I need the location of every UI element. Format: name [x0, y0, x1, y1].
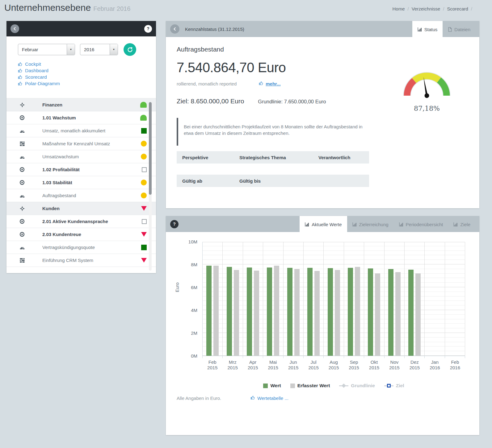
- kpi-row[interactable]: Umsatzwachstum: [6, 150, 156, 163]
- bar-erfasster-wert[interactable]: [335, 270, 340, 356]
- x-label-month: Dez: [405, 359, 425, 365]
- legend-item-grundlinie[interactable]: Grundlinie: [339, 383, 375, 388]
- x-tickmark: [344, 356, 364, 358]
- x-label-year: 2015: [222, 365, 242, 371]
- status-indicator-square-empty: [142, 167, 147, 172]
- bar-erfasster-wert[interactable]: [274, 266, 279, 356]
- kpi-row[interactable]: 1.03 Stabilität: [6, 176, 156, 189]
- bar-wert[interactable]: [227, 267, 232, 356]
- year-select[interactable]: 2016 ▼: [80, 44, 118, 55]
- kpi-row[interactable]: Einführung CRM System: [6, 254, 156, 267]
- kpi-row[interactable]: Vertragskündigungsquote: [6, 241, 156, 254]
- x-axis-label: Sep2015: [344, 359, 364, 371]
- sidebar-header: ?: [6, 21, 156, 36]
- refresh-button[interactable]: [124, 43, 136, 56]
- bar-erfasster-wert[interactable]: [355, 267, 360, 356]
- bar-wert[interactable]: [388, 269, 393, 356]
- breadcrumb-separator: /: [471, 6, 472, 11]
- kpi-row[interactable]: 2.03 Kundentreue: [6, 228, 156, 241]
- bar-erfasster-wert[interactable]: [294, 269, 300, 356]
- bar-wert[interactable]: [247, 268, 252, 356]
- kpi-row[interactable]: Maßnahme für Kennzahl Umsatz: [6, 137, 156, 150]
- tab-perioden-bersicht[interactable]: Periodenübersicht: [394, 216, 448, 233]
- status-indicator-square-green: [141, 245, 147, 250]
- bar-group: [223, 242, 243, 356]
- diamond-shape: [342, 384, 346, 388]
- kpi-row[interactable]: Kunden: [6, 202, 156, 215]
- tab-ziele[interactable]: Ziele: [448, 216, 476, 233]
- chart-panel: ? Aktuelle WerteZielerreichungPeriodenüb…: [166, 216, 479, 435]
- bar-wert[interactable]: [408, 270, 414, 356]
- chevron-down-icon: ▼: [110, 44, 118, 55]
- bar-wert[interactable]: [348, 268, 353, 356]
- bar-wert[interactable]: [307, 268, 313, 356]
- x-label-year: 2015: [324, 365, 344, 371]
- value-table-link[interactable]: Wertetabelle ...: [250, 395, 288, 401]
- kpi-row-label: Finanzen: [42, 102, 140, 107]
- sidebar-help-button[interactable]: ?: [144, 25, 152, 33]
- bar-erfasster-wert[interactable]: [395, 272, 401, 356]
- kpi-row[interactable]: 1.01 Wachstum: [6, 111, 156, 124]
- meta-col-perspektive: Perspektive: [177, 155, 234, 160]
- kpi-row[interactable]: 2.01 Aktive Kundenansprache: [6, 215, 156, 228]
- more-link[interactable]: mehr...: [259, 81, 280, 86]
- period-controls: Februar ▼ 2016 ▼: [18, 43, 156, 56]
- legend-item-ziel[interactable]: Ziel: [384, 383, 404, 388]
- bar-erfasster-wert[interactable]: [314, 271, 320, 356]
- bar-chart-icon: [453, 222, 458, 227]
- kpi-row[interactable]: Auftragsbestand: [6, 189, 156, 202]
- kpi-target: Ziel: 8.650.000,00 Euro: [177, 97, 244, 105]
- bar-wert[interactable]: [328, 268, 333, 356]
- bar-group: [425, 242, 445, 356]
- bar-wert[interactable]: [287, 268, 292, 356]
- status-shape: [140, 102, 147, 108]
- kpi-row-label: Umsatzwachstum: [42, 154, 141, 159]
- kpi-row[interactable]: Finanzen: [6, 98, 156, 111]
- back-button[interactable]: [170, 24, 179, 34]
- kpi-row-label: Umsatz, monatlich akkumuliert: [42, 128, 141, 133]
- sidebar-link-label: Scorecard: [25, 74, 47, 80]
- x-label-month: Jan: [425, 359, 445, 365]
- bar-erfasster-wert[interactable]: [254, 271, 259, 356]
- bar-group: [243, 242, 263, 356]
- thumb-up-icon: [18, 75, 23, 79]
- sidebar-link-scorecard[interactable]: Scorecard: [18, 74, 156, 80]
- tab-dateien[interactable]: Dateien: [443, 21, 476, 38]
- x-axis-label: Mrz2015: [222, 359, 242, 371]
- kpi-row[interactable]: 1.02 Profitabilität: [6, 163, 156, 176]
- status-indicator-circle-yellow: [141, 141, 147, 147]
- bar-erfasster-wert[interactable]: [234, 270, 239, 356]
- bar-wert[interactable]: [206, 266, 212, 356]
- breadcrumb-item[interactable]: Verzeichnisse: [412, 6, 440, 11]
- legend-item-wert[interactable]: Wert: [263, 383, 281, 388]
- measure-icon: [19, 141, 25, 146]
- sidebar-link-dashboard[interactable]: Dashboard: [18, 67, 156, 74]
- y-tick-label: 0M: [180, 353, 197, 359]
- sidebar-scrollbar[interactable]: [149, 102, 152, 271]
- objective-icon: [19, 232, 25, 237]
- bar-erfasster-wert[interactable]: [213, 266, 219, 356]
- bar-erfasster-wert[interactable]: [375, 273, 380, 356]
- bar-wert[interactable]: [267, 268, 272, 356]
- tab-aktuelle-werte[interactable]: Aktuelle Werte: [300, 216, 347, 233]
- breadcrumb-item[interactable]: Home: [393, 6, 405, 11]
- kpi-row-label: Maßnahme für Kennzahl Umsatz: [42, 141, 141, 146]
- chart-help-button[interactable]: ?: [170, 220, 179, 228]
- scrollbar-thumb[interactable]: [149, 102, 152, 195]
- bar-wert[interactable]: [368, 268, 373, 356]
- x-label-year: 2015: [263, 365, 283, 371]
- collapse-sidebar-button[interactable]: [11, 24, 19, 33]
- tab-status[interactable]: Status: [412, 21, 443, 38]
- sidebar-link-cockpit[interactable]: Cockpit: [18, 61, 156, 67]
- status-shape: [141, 258, 147, 263]
- legend-item-erfasster-wert[interactable]: Erfasster Wert: [290, 383, 330, 388]
- month-select[interactable]: Februar ▼: [18, 44, 75, 55]
- objective-icon: [19, 167, 25, 172]
- bar-erfasster-wert[interactable]: [415, 273, 421, 356]
- kpi-row[interactable]: Umsatz, monatlich akkumuliert: [6, 124, 156, 137]
- month-select-value: Februar: [18, 44, 67, 55]
- tab-zielerreichung[interactable]: Zielerreichung: [347, 216, 394, 233]
- sidebar-link-polar-diagramm[interactable]: Polar-Diagramm: [18, 80, 156, 87]
- bar-group: [405, 242, 425, 356]
- breadcrumb-item[interactable]: Scorecard: [447, 6, 468, 11]
